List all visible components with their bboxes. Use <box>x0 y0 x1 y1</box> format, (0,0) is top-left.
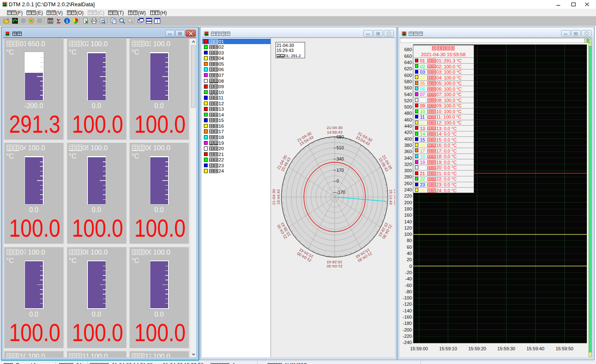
svg-text:400: 400 <box>404 136 412 141</box>
svg-text:120: 120 <box>404 225 412 230</box>
svg-text:-240: -240 <box>402 340 412 345</box>
svg-text:-140: -140 <box>402 308 412 313</box>
svg-text:280: 280 <box>404 174 412 179</box>
svg-text:-220: -220 <box>402 334 412 339</box>
svg-text:440: 440 <box>404 124 412 129</box>
svg-text:-60: -60 <box>405 283 412 288</box>
svg-text:360: 360 <box>404 149 412 154</box>
svg-text:80: 80 <box>407 238 412 243</box>
svg-text:-80: -80 <box>405 289 412 294</box>
svg-text:-20: -20 <box>405 270 412 275</box>
svg-text:170: 170 <box>337 168 344 173</box>
svg-text:560: 560 <box>404 85 412 90</box>
svg-text:380: 380 <box>404 143 412 148</box>
svg-text:640: 640 <box>404 60 412 65</box>
svg-text:340: 340 <box>404 156 412 161</box>
svg-text:40: 40 <box>407 251 412 256</box>
svg-text:500: 500 <box>404 104 412 109</box>
svg-text:21-04-3015:14:43: 21-04-3015:14:43 <box>389 189 395 205</box>
svg-text:-180: -180 <box>402 321 412 326</box>
svg-text:140: 140 <box>404 219 412 224</box>
svg-text:60: 60 <box>407 245 412 250</box>
svg-text:0: 0 <box>409 264 412 269</box>
svg-text:15:59:00: 15:59:00 <box>410 346 428 351</box>
svg-text:510: 510 <box>337 145 344 150</box>
svg-text:15:59:50: 15:59:50 <box>556 346 574 351</box>
svg-text:660: 660 <box>404 54 412 59</box>
svg-text:600: 600 <box>404 73 412 78</box>
svg-text:21-04-3014:59:43: 21-04-3014:59:43 <box>327 125 343 134</box>
svg-text:240: 240 <box>404 187 412 192</box>
svg-text:680: 680 <box>404 47 412 52</box>
svg-text:100: 100 <box>404 232 412 237</box>
svg-text:620: 620 <box>404 66 412 71</box>
svg-text:520: 520 <box>404 98 412 103</box>
svg-text:-160: -160 <box>402 314 412 319</box>
svg-text:21-04-3015:44:43: 21-04-3015:44:43 <box>271 189 281 205</box>
svg-text:220: 220 <box>404 193 412 198</box>
svg-text:-200: -200 <box>402 327 412 332</box>
svg-text:580: 580 <box>404 79 412 84</box>
svg-text:-40: -40 <box>405 276 412 281</box>
svg-text:-170: -170 <box>337 190 345 195</box>
svg-text:300: 300 <box>404 168 412 173</box>
svg-text:460: 460 <box>404 117 412 122</box>
svg-text:540: 540 <box>404 92 412 97</box>
svg-text:340: 340 <box>337 156 344 161</box>
svg-text:15:59:40: 15:59:40 <box>526 346 544 351</box>
svg-text:200: 200 <box>404 200 412 205</box>
svg-text:160: 160 <box>404 213 412 218</box>
svg-text:480: 480 <box>404 111 412 116</box>
svg-text:-120: -120 <box>402 302 412 307</box>
svg-text:320: 320 <box>404 162 412 167</box>
svg-text:21-04-3015:29:43: 21-04-3015:29:43 <box>327 260 343 269</box>
svg-text:15:59:20: 15:59:20 <box>468 346 486 351</box>
svg-text:680: 680 <box>337 134 344 139</box>
svg-text:15:59:30: 15:59:30 <box>497 346 515 351</box>
svg-text:0: 0 <box>337 178 339 183</box>
svg-text:420: 420 <box>404 130 412 135</box>
svg-text:20: 20 <box>407 257 412 262</box>
svg-text:260: 260 <box>404 181 412 186</box>
svg-text:15:59:10: 15:59:10 <box>439 346 457 351</box>
svg-text:180: 180 <box>404 206 412 211</box>
svg-text:-100: -100 <box>402 295 412 300</box>
svg-text:Σ: Σ <box>57 18 61 25</box>
